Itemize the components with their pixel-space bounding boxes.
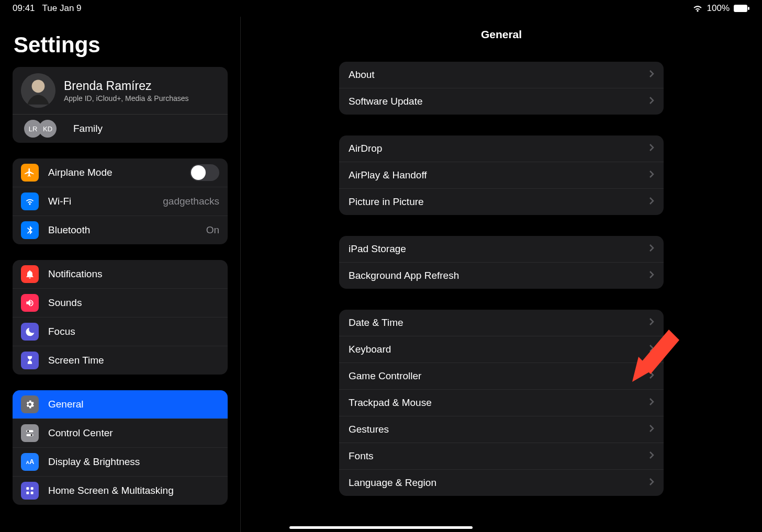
profile-name: Brenda Ramírez — [64, 79, 189, 93]
wifi-icon — [692, 5, 703, 12]
row-airdrop[interactable]: AirDrop — [339, 135, 664, 162]
row-label: AirPlay & Handoff — [349, 169, 427, 181]
svg-rect-0 — [734, 5, 747, 12]
row-label: Gestures — [349, 424, 389, 435]
settings-sidebar: Settings Brenda Ramírez Apple ID, iCloud… — [0, 17, 241, 532]
row-airplay-handoff[interactable]: AirPlay & Handoff — [339, 162, 664, 188]
general-label: General — [48, 399, 219, 410]
row-gestures[interactable]: Gestures — [339, 416, 664, 443]
svg-point-7 — [31, 434, 32, 436]
row-label: Date & Time — [349, 317, 404, 329]
row-label: iPad Storage — [349, 243, 406, 255]
chevron-right-icon — [649, 69, 654, 81]
chevron-right-icon — [649, 270, 654, 281]
content-group-1: AirDropAirPlay & HandoffPicture in Pictu… — [339, 135, 664, 215]
bluetooth-value: On — [206, 224, 219, 236]
wifi-value: gadgethacks — [163, 196, 219, 207]
content-group-3: Date & TimeKeyboardGame ControllerTrackp… — [339, 310, 664, 496]
row-picture-in-picture[interactable]: Picture in Picture — [339, 188, 664, 215]
homescreen-row[interactable]: Home Screen & Multitasking — [13, 476, 228, 505]
control-center-label: Control Center — [48, 427, 219, 439]
content-group-0: AboutSoftware Update — [339, 62, 664, 115]
airplane-toggle[interactable] — [190, 164, 219, 181]
svg-rect-13 — [31, 492, 33, 494]
content-pane: General AboutSoftware UpdateAirDropAirPl… — [241, 17, 762, 532]
toggles-icon — [21, 424, 39, 442]
airplane-mode-row[interactable]: Airplane Mode — [13, 159, 228, 187]
row-label: Fonts — [349, 450, 374, 462]
chevron-right-icon — [649, 196, 654, 208]
airplane-icon — [21, 164, 39, 182]
status-date: Tue Jan 9 — [42, 3, 82, 14]
svg-point-6 — [27, 431, 29, 432]
battery-icon — [734, 5, 749, 12]
row-trackpad-mouse[interactable]: Trackpad & Mouse — [339, 389, 664, 416]
row-label: AirDrop — [349, 143, 382, 154]
family-row[interactable]: LR KD Family — [13, 114, 228, 143]
moon-icon — [21, 323, 39, 341]
row-about[interactable]: About — [339, 62, 664, 88]
row-label: About — [349, 69, 375, 81]
profile-card: Brenda Ramírez Apple ID, iCloud+, Media … — [13, 67, 228, 143]
screentime-label: Screen Time — [48, 355, 219, 366]
chevron-right-icon — [649, 397, 654, 409]
chevron-right-icon — [649, 317, 654, 329]
row-date-time[interactable]: Date & Time — [339, 310, 664, 336]
display-row[interactable]: AA Display & Brightness — [13, 447, 228, 476]
apple-id-row[interactable]: Brenda Ramírez Apple ID, iCloud+, Media … — [13, 67, 228, 114]
home-indicator — [289, 526, 473, 529]
homescreen-label: Home Screen & Multitasking — [48, 485, 219, 496]
wifi-label: Wi-Fi — [48, 196, 153, 207]
row-label: Language & Region — [349, 477, 436, 489]
notifications-row[interactable]: Notifications — [13, 260, 228, 288]
sounds-label: Sounds — [48, 297, 219, 309]
airplane-label: Airplane Mode — [48, 167, 181, 178]
row-game-controller[interactable]: Game Controller — [339, 363, 664, 389]
bluetooth-row[interactable]: Bluetooth On — [13, 216, 228, 244]
wifi-menu-icon — [21, 193, 39, 210]
speaker-icon — [21, 294, 39, 312]
row-label: Picture in Picture — [349, 196, 424, 208]
connectivity-group: Airplane Mode Wi-Fi gadgethacks Bluetoot… — [13, 159, 228, 244]
row-fonts[interactable]: Fonts — [339, 443, 664, 469]
svg-rect-1 — [748, 7, 749, 10]
battery-percent: 100% — [707, 3, 730, 14]
focus-label: Focus — [48, 326, 219, 337]
chevron-right-icon — [649, 243, 654, 255]
notifications-label: Notifications — [48, 268, 219, 280]
row-language-region[interactable]: Language & Region — [339, 469, 664, 496]
row-label: Keyboard — [349, 344, 391, 355]
row-background-app-refresh[interactable]: Background App Refresh — [339, 262, 664, 289]
status-bar: 09:41 Tue Jan 9 100% — [0, 0, 762, 17]
profile-sub: Apple ID, iCloud+, Media & Purchases — [64, 94, 189, 103]
focus-row[interactable]: Focus — [13, 317, 228, 346]
avatar — [21, 73, 55, 108]
row-label: Software Update — [349, 96, 423, 107]
bell-icon — [21, 265, 39, 283]
control-center-row[interactable]: Control Center — [13, 418, 228, 447]
chevron-right-icon — [649, 450, 654, 462]
svg-rect-12 — [26, 492, 29, 494]
chevron-right-icon — [649, 477, 654, 489]
chevron-right-icon — [649, 344, 654, 355]
row-label: Game Controller — [349, 370, 421, 382]
general-row[interactable]: General — [13, 390, 228, 418]
row-keyboard[interactable]: Keyboard — [339, 336, 664, 363]
chevron-right-icon — [649, 169, 654, 181]
svg-text:A: A — [29, 458, 34, 466]
family-avatar-2: KD — [39, 120, 57, 138]
content-group-2: iPad StorageBackground App Refresh — [339, 236, 664, 289]
grid-icon — [21, 482, 39, 500]
svg-rect-11 — [31, 487, 33, 490]
row-ipad-storage[interactable]: iPad Storage — [339, 236, 664, 262]
row-software-update[interactable]: Software Update — [339, 88, 664, 115]
svg-rect-10 — [26, 487, 29, 490]
sounds-row[interactable]: Sounds — [13, 288, 228, 317]
chevron-right-icon — [649, 424, 654, 435]
row-label: Background App Refresh — [349, 270, 459, 281]
screentime-row[interactable]: Screen Time — [13, 346, 228, 375]
wifi-row[interactable]: Wi-Fi gadgethacks — [13, 187, 228, 216]
chevron-right-icon — [649, 96, 654, 107]
status-time: 09:41 — [13, 3, 35, 14]
device-group: General Control Center AA Display & Brig… — [13, 390, 228, 505]
